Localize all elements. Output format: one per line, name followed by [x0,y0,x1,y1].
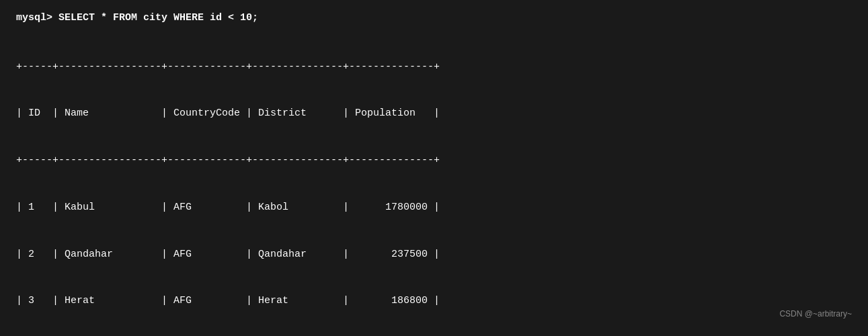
table-header: | ID | Name | CountryCode | District | P… [16,106,852,121]
sql-output: +-----+-----------------+-------------+-… [16,28,852,336]
table-row: | 2 | Qandahar | AFG | Qandahar | 237500… [16,247,852,262]
separator-mid: +-----+-----------------+-------------+-… [16,153,852,168]
sql-command: mysql> SELECT * FROM city WHERE id < 10; [16,12,852,24]
terminal-window: mysql> SELECT * FROM city WHERE id < 10;… [16,12,852,324]
watermark: CSDN @~arbitrary~ [779,309,852,319]
separator-top: +-----+-----------------+-------------+-… [16,59,852,75]
table-row: | 1 | Kabul | AFG | Kabol | 1780000 | [16,200,852,215]
table-row: | 3 | Herat | AFG | Herat | 186800 | [16,293,852,308]
